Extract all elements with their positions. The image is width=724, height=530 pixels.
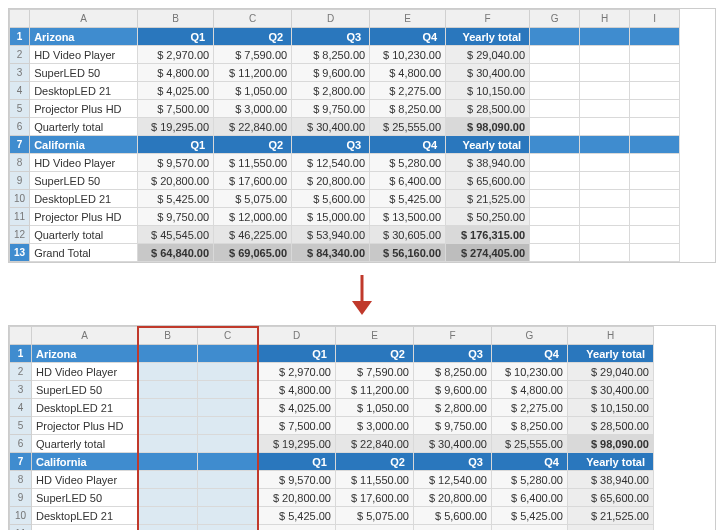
cell-yearly-total[interactable]: $ 50,250.00 — [446, 208, 530, 226]
cell-value[interactable]: $ 13,500.00 — [492, 525, 568, 531]
cell[interactable] — [630, 172, 680, 190]
cell-value[interactable]: $ 9,750.00 — [414, 417, 492, 435]
cell-value[interactable]: $ 5,425.00 — [258, 507, 336, 525]
cell-value[interactable]: $ 13,500.00 — [370, 208, 446, 226]
grid-bottom[interactable]: ABCDEFGH1ArizonaQ1Q2Q3Q4Yearly total2HD … — [9, 326, 654, 530]
cell-value[interactable]: $ 84,340.00 — [292, 244, 370, 262]
cell-value[interactable]: $ 17,600.00 — [214, 172, 292, 190]
col-q4[interactable]: Q4 — [492, 345, 568, 363]
blank-cell[interactable] — [198, 435, 258, 453]
product-name[interactable]: DesktopLED 21 — [30, 82, 138, 100]
cell-value[interactable]: $ 9,570.00 — [258, 471, 336, 489]
cell-value[interactable]: $ 3,000.00 — [214, 100, 292, 118]
col-q3[interactable]: Q3 — [292, 136, 370, 154]
cell[interactable] — [530, 208, 580, 226]
cell[interactable] — [580, 118, 630, 136]
col-q1[interactable]: Q1 — [138, 136, 214, 154]
cell-yearly-total[interactable]: $ 10,150.00 — [446, 82, 530, 100]
row-header[interactable]: 7 — [10, 453, 32, 471]
cell-yearly-total[interactable]: $ 274,405.00 — [446, 244, 530, 262]
cell-value[interactable]: $ 5,600.00 — [292, 190, 370, 208]
product-name[interactable]: SuperLED 50 — [30, 64, 138, 82]
cell-value[interactable]: $ 8,250.00 — [370, 100, 446, 118]
cell-value[interactable]: $ 8,250.00 — [414, 363, 492, 381]
quarterly-total-label[interactable]: Quarterly total — [30, 226, 138, 244]
col-q2[interactable]: Q2 — [214, 28, 292, 46]
cell-value[interactable]: $ 7,500.00 — [138, 100, 214, 118]
product-name[interactable]: DesktopLED 21 — [32, 399, 138, 417]
cell-value[interactable]: $ 5,280.00 — [370, 154, 446, 172]
cell-yearly-total[interactable]: $ 29,040.00 — [446, 46, 530, 64]
product-name[interactable]: HD Video Player — [32, 363, 138, 381]
blank-cell[interactable] — [138, 345, 198, 363]
cell-value[interactable]: $ 11,200.00 — [336, 381, 414, 399]
grand-total-label[interactable]: Grand Total — [30, 244, 138, 262]
cell[interactable] — [580, 244, 630, 262]
cell[interactable] — [580, 190, 630, 208]
cell-value[interactable]: $ 5,075.00 — [336, 507, 414, 525]
region-header[interactable]: Arizona — [30, 28, 138, 46]
cell-value[interactable]: $ 12,000.00 — [336, 525, 414, 531]
col-q2[interactable]: Q2 — [214, 136, 292, 154]
col-header[interactable]: B — [138, 327, 198, 345]
cell[interactable] — [580, 172, 630, 190]
region-header[interactable]: Arizona — [32, 345, 138, 363]
cell-value[interactable]: $ 4,800.00 — [492, 381, 568, 399]
cell-value[interactable]: $ 22,840.00 — [336, 435, 414, 453]
row-header[interactable]: 9 — [10, 489, 32, 507]
cell-value[interactable]: $ 7,500.00 — [258, 417, 336, 435]
row-header[interactable]: 1 — [10, 345, 32, 363]
cell-value[interactable]: $ 1,050.00 — [336, 399, 414, 417]
cell-value[interactable]: $ 9,750.00 — [292, 100, 370, 118]
cell[interactable] — [530, 82, 580, 100]
blank-cell[interactable] — [138, 525, 198, 531]
row-header[interactable]: 2 — [10, 363, 32, 381]
cell-value[interactable]: $ 22,840.00 — [214, 118, 292, 136]
product-name[interactable]: SuperLED 50 — [32, 489, 138, 507]
cell-yearly-total[interactable]: $ 28,500.00 — [446, 100, 530, 118]
row-header[interactable]: 13 — [10, 244, 30, 262]
col-header[interactable]: I — [630, 10, 680, 28]
cell-yearly-total[interactable]: $ 98,090.00 — [568, 435, 654, 453]
col-yearly-total[interactable]: Yearly total — [446, 28, 530, 46]
region-header[interactable]: California — [32, 453, 138, 471]
col-header[interactable]: G — [530, 10, 580, 28]
cell-value[interactable]: $ 7,590.00 — [214, 46, 292, 64]
cell-value[interactable]: $ 30,400.00 — [414, 435, 492, 453]
cell[interactable] — [580, 46, 630, 64]
cell[interactable] — [580, 82, 630, 100]
cell-yearly-total[interactable]: $ 30,400.00 — [446, 64, 530, 82]
cell-value[interactable]: $ 64,840.00 — [138, 244, 214, 262]
cell-value[interactable]: $ 5,280.00 — [492, 471, 568, 489]
cell[interactable] — [630, 226, 680, 244]
row-header[interactable]: 11 — [10, 208, 30, 226]
cell-value[interactable]: $ 5,425.00 — [138, 190, 214, 208]
cell-value[interactable]: $ 9,570.00 — [138, 154, 214, 172]
blank-cell[interactable] — [138, 417, 198, 435]
col-header[interactable]: A — [32, 327, 138, 345]
blank-cell[interactable] — [138, 435, 198, 453]
cell[interactable] — [630, 136, 680, 154]
cell[interactable] — [580, 208, 630, 226]
col-q4[interactable]: Q4 — [370, 136, 446, 154]
cell[interactable] — [630, 190, 680, 208]
col-header[interactable]: H — [580, 10, 630, 28]
col-header[interactable]: A — [30, 10, 138, 28]
col-header[interactable] — [10, 10, 30, 28]
row-header[interactable]: 1 — [10, 28, 30, 46]
cell-value[interactable]: $ 9,600.00 — [292, 64, 370, 82]
col-q3[interactable]: Q3 — [414, 345, 492, 363]
blank-cell[interactable] — [198, 507, 258, 525]
cell-value[interactable]: $ 1,050.00 — [214, 82, 292, 100]
cell[interactable] — [580, 64, 630, 82]
cell-value[interactable]: $ 30,605.00 — [370, 226, 446, 244]
cell-value[interactable]: $ 4,800.00 — [138, 64, 214, 82]
cell-value[interactable]: $ 20,800.00 — [292, 172, 370, 190]
cell-value[interactable]: $ 4,800.00 — [370, 64, 446, 82]
row-header[interactable]: 11 — [10, 525, 32, 531]
cell-yearly-total[interactable]: $ 50,250.00 — [568, 525, 654, 531]
cell[interactable] — [530, 28, 580, 46]
cell[interactable] — [530, 190, 580, 208]
cell[interactable] — [630, 100, 680, 118]
cell-value[interactable]: $ 9,750.00 — [258, 525, 336, 531]
